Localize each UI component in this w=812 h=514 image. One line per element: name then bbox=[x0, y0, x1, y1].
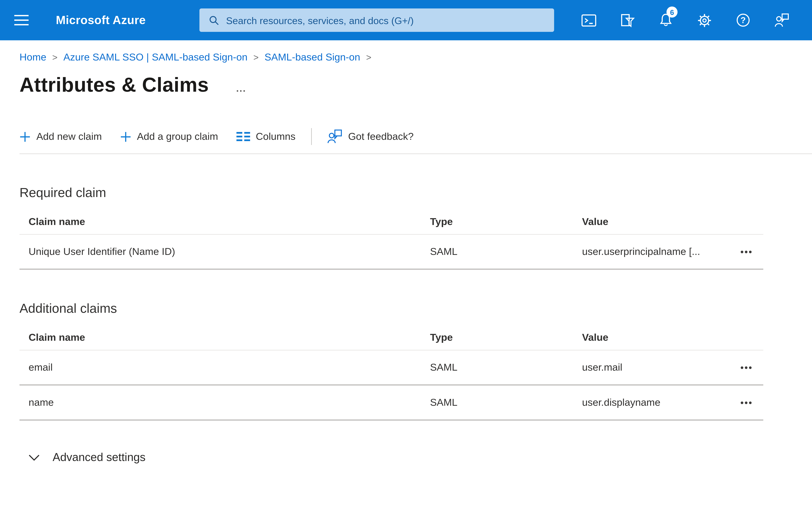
claim-value-cell: user.mail bbox=[582, 361, 715, 373]
claim-type-cell: SAML bbox=[421, 361, 582, 373]
topbar-icon-group: 6 bbox=[577, 8, 793, 32]
columns-button[interactable]: Columns bbox=[236, 131, 296, 142]
add-new-claim-label: Add new claim bbox=[36, 131, 102, 142]
add-group-claim-button[interactable]: Add a group claim bbox=[120, 131, 218, 142]
breadcrumb-app-sso[interactable]: Azure SAML SSO | SAML-based Sign-on bbox=[63, 51, 248, 63]
brand-title[interactable]: Microsoft Azure bbox=[56, 13, 146, 27]
columns-icon bbox=[236, 131, 250, 142]
add-group-claim-label: Add a group claim bbox=[137, 131, 218, 142]
breadcrumb-separator-icon: > bbox=[52, 52, 57, 62]
required-claim-table: Claim name Type Value Unique User Identi… bbox=[20, 209, 763, 270]
claim-name-cell[interactable]: email bbox=[20, 361, 421, 373]
breadcrumb: Home > Azure SAML SSO | SAML-based Sign-… bbox=[20, 51, 812, 63]
claim-type-cell: SAML bbox=[421, 397, 582, 408]
table-row[interactable]: name SAML user.displayname ••• bbox=[20, 385, 763, 421]
column-header-type[interactable]: Type bbox=[421, 332, 582, 343]
subscription-filter-icon[interactable] bbox=[615, 8, 639, 32]
toolbar-divider bbox=[311, 128, 312, 145]
row-ellipsis-menu-icon[interactable]: ••• bbox=[738, 246, 755, 258]
table-row[interactable]: email SAML user.mail ••• bbox=[20, 350, 763, 385]
additional-claims-heading: Additional claims bbox=[20, 301, 812, 316]
column-header-value[interactable]: Value bbox=[582, 332, 715, 343]
breadcrumb-saml-signon[interactable]: SAML-based Sign-on bbox=[265, 51, 360, 63]
feedback-bubble-icon bbox=[327, 129, 342, 144]
breadcrumb-separator-icon: > bbox=[253, 52, 259, 62]
required-claim-heading: Required claim bbox=[20, 185, 812, 200]
command-bar: Add new claim Add a group claim bbox=[20, 126, 812, 147]
add-new-claim-button[interactable]: Add new claim bbox=[20, 131, 102, 142]
claim-value-cell: user.userprincipalname [... bbox=[582, 246, 715, 258]
global-search[interactable] bbox=[199, 8, 554, 32]
claim-value-cell: user.displayname bbox=[582, 397, 715, 408]
notification-count-badge: 6 bbox=[666, 6, 677, 18]
chevron-down-icon bbox=[29, 454, 40, 461]
help-icon[interactable]: ? bbox=[731, 8, 755, 32]
plus-icon bbox=[120, 131, 131, 142]
plus-icon bbox=[20, 131, 31, 142]
column-header-type[interactable]: Type bbox=[421, 216, 582, 227]
settings-gear-icon[interactable] bbox=[693, 8, 716, 32]
row-ellipsis-menu-icon[interactable]: ••• bbox=[738, 397, 755, 408]
notifications-bell-icon[interactable]: 6 bbox=[654, 8, 677, 32]
toolbar-rule bbox=[20, 154, 812, 154]
table-header-row: Claim name Type Value bbox=[20, 209, 763, 235]
advanced-settings-label: Advanced settings bbox=[53, 451, 146, 464]
advanced-settings-toggle[interactable]: Advanced settings bbox=[29, 451, 146, 464]
column-header-value[interactable]: Value bbox=[582, 216, 715, 227]
table-header-row: Claim name Type Value bbox=[20, 325, 763, 350]
page-title: Attributes & Claims bbox=[20, 74, 209, 97]
breadcrumb-home[interactable]: Home bbox=[20, 51, 46, 63]
column-header-claim-name[interactable]: Claim name bbox=[20, 216, 421, 227]
search-icon bbox=[208, 15, 220, 26]
page-more-menu-icon[interactable]: ... bbox=[236, 83, 246, 93]
page-header: Attributes & Claims ... bbox=[20, 74, 812, 97]
svg-text:?: ? bbox=[741, 16, 746, 25]
additional-claims-table: Claim name Type Value email SAML user.ma… bbox=[20, 325, 763, 421]
search-input[interactable] bbox=[225, 14, 548, 26]
cloud-shell-icon[interactable] bbox=[577, 8, 600, 32]
breadcrumb-separator-icon: > bbox=[366, 52, 371, 62]
feedback-person-icon[interactable] bbox=[770, 8, 793, 32]
table-row[interactable]: Unique User Identifier (Name ID) SAML us… bbox=[20, 235, 763, 270]
got-feedback-button[interactable]: Got feedback? bbox=[327, 129, 414, 144]
azure-portal-page: Microsoft Azure bbox=[0, 0, 812, 514]
hamburger-menu-icon[interactable] bbox=[14, 10, 34, 30]
claim-type-cell: SAML bbox=[421, 246, 582, 258]
columns-label: Columns bbox=[256, 131, 296, 142]
column-header-claim-name[interactable]: Claim name bbox=[20, 332, 421, 343]
claim-name-cell[interactable]: name bbox=[20, 397, 421, 408]
claim-name-cell[interactable]: Unique User Identifier (Name ID) bbox=[20, 246, 421, 258]
top-bar: Microsoft Azure bbox=[0, 0, 812, 40]
got-feedback-label: Got feedback? bbox=[348, 131, 414, 142]
row-ellipsis-menu-icon[interactable]: ••• bbox=[738, 361, 755, 373]
